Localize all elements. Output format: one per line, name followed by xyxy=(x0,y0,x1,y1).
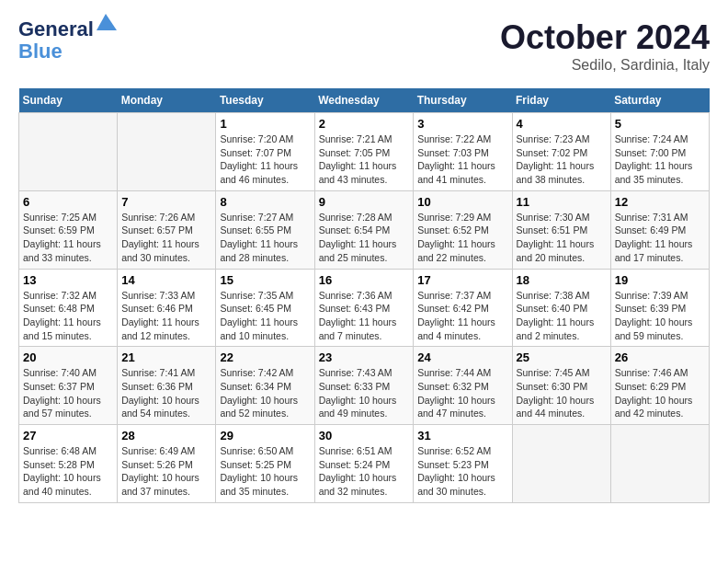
sunset-text: Sunset: 6:36 PM xyxy=(121,380,211,394)
sunrise-text: Sunrise: 7:41 AM xyxy=(121,366,211,380)
calendar-cell: 28Sunrise: 6:49 AMSunset: 5:26 PMDayligh… xyxy=(118,425,216,503)
daylight-text: Daylight: 10 hours and 59 minutes. xyxy=(615,316,705,342)
sunrise-text: Sunrise: 7:32 AM xyxy=(23,289,113,303)
sunrise-text: Sunrise: 7:20 AM xyxy=(220,132,310,146)
day-info: Sunrise: 6:52 AMSunset: 5:23 PMDaylight:… xyxy=(417,444,507,499)
day-header-sunday: Sunday xyxy=(19,88,118,113)
daylight-text: Daylight: 11 hours and 15 minutes. xyxy=(23,316,113,342)
day-header-saturday: Saturday xyxy=(610,88,709,113)
sunset-text: Sunset: 7:02 PM xyxy=(517,146,607,160)
day-number: 16 xyxy=(319,273,410,287)
sunset-text: Sunset: 6:59 PM xyxy=(23,224,113,237)
logo-bird-icon xyxy=(97,14,117,38)
svg-marker-0 xyxy=(97,14,117,30)
day-info: Sunrise: 7:23 AMSunset: 7:02 PMDaylight:… xyxy=(517,132,607,187)
daylight-text: Daylight: 11 hours and 4 minutes. xyxy=(417,316,507,342)
day-number: 27 xyxy=(23,429,113,442)
day-number: 30 xyxy=(319,429,410,442)
day-info: Sunrise: 7:38 AMSunset: 6:40 PMDaylight:… xyxy=(517,289,607,343)
daylight-text: Daylight: 10 hours and 35 minutes. xyxy=(220,471,310,498)
daylight-text: Daylight: 10 hours and 57 minutes. xyxy=(23,394,113,420)
day-number: 4 xyxy=(517,117,607,131)
sunrise-text: Sunrise: 7:25 AM xyxy=(23,211,113,224)
sunrise-text: Sunrise: 6:52 AM xyxy=(417,444,507,458)
sunrise-text: Sunrise: 7:27 AM xyxy=(220,211,310,224)
daylight-text: Daylight: 11 hours and 28 minutes. xyxy=(220,237,310,264)
calendar-week-1: 1Sunrise: 7:20 AMSunset: 7:07 PMDaylight… xyxy=(19,113,710,191)
calendar-cell: 1Sunrise: 7:20 AMSunset: 7:07 PMDaylight… xyxy=(216,113,314,191)
day-info: Sunrise: 7:24 AMSunset: 7:00 PMDaylight:… xyxy=(615,132,705,187)
sunset-text: Sunset: 6:55 PM xyxy=(220,224,310,237)
sunrise-text: Sunrise: 7:24 AM xyxy=(615,132,705,146)
sunrise-text: Sunrise: 7:21 AM xyxy=(319,132,410,146)
calendar-cell: 15Sunrise: 7:35 AMSunset: 6:45 PMDayligh… xyxy=(216,269,314,347)
day-info: Sunrise: 6:48 AMSunset: 5:28 PMDaylight:… xyxy=(23,444,113,499)
sunset-text: Sunset: 6:43 PM xyxy=(319,302,410,316)
calendar-cell: 13Sunrise: 7:32 AMSunset: 6:48 PMDayligh… xyxy=(19,269,118,347)
sunrise-text: Sunrise: 7:33 AM xyxy=(121,289,211,303)
daylight-text: Daylight: 11 hours and 7 minutes. xyxy=(319,316,410,342)
daylight-text: Daylight: 11 hours and 20 minutes. xyxy=(517,237,607,264)
day-number: 12 xyxy=(615,195,705,209)
page-header: General Blue October 2024 Sedilo, Sardin… xyxy=(18,18,710,74)
day-info: Sunrise: 7:28 AMSunset: 6:54 PMDaylight:… xyxy=(319,211,410,265)
day-number: 24 xyxy=(417,350,507,364)
day-info: Sunrise: 7:27 AMSunset: 6:55 PMDaylight:… xyxy=(220,211,310,265)
daylight-text: Daylight: 10 hours and 44 minutes. xyxy=(517,394,607,420)
day-number: 22 xyxy=(220,350,310,364)
day-info: Sunrise: 7:43 AMSunset: 6:33 PMDaylight:… xyxy=(319,366,410,420)
day-number: 11 xyxy=(517,195,607,209)
calendar-cell: 19Sunrise: 7:39 AMSunset: 6:39 PMDayligh… xyxy=(610,269,709,347)
day-info: Sunrise: 7:25 AMSunset: 6:59 PMDaylight:… xyxy=(23,211,113,265)
calendar-header-row: SundayMondayTuesdayWednesdayThursdayFrid… xyxy=(19,88,710,113)
sunrise-text: Sunrise: 7:37 AM xyxy=(417,289,507,303)
sunset-text: Sunset: 6:49 PM xyxy=(615,224,705,237)
day-info: Sunrise: 7:21 AMSunset: 7:05 PMDaylight:… xyxy=(319,132,410,187)
day-header-tuesday: Tuesday xyxy=(216,88,314,113)
day-info: Sunrise: 7:35 AMSunset: 6:45 PMDaylight:… xyxy=(220,289,310,343)
day-info: Sunrise: 7:42 AMSunset: 6:34 PMDaylight:… xyxy=(220,366,310,420)
sunrise-text: Sunrise: 6:48 AM xyxy=(23,444,113,458)
day-number: 2 xyxy=(319,117,410,131)
daylight-text: Daylight: 10 hours and 30 minutes. xyxy=(417,471,507,498)
calendar-cell xyxy=(512,425,610,503)
calendar-cell: 30Sunrise: 6:51 AMSunset: 5:24 PMDayligh… xyxy=(314,425,414,503)
day-number: 20 xyxy=(23,350,113,364)
day-info: Sunrise: 7:20 AMSunset: 7:07 PMDaylight:… xyxy=(220,132,310,187)
day-number: 28 xyxy=(121,429,211,442)
daylight-text: Daylight: 10 hours and 54 minutes. xyxy=(121,394,211,420)
calendar-week-5: 27Sunrise: 6:48 AMSunset: 5:28 PMDayligh… xyxy=(19,425,710,503)
calendar-cell xyxy=(610,425,709,503)
daylight-text: Daylight: 11 hours and 22 minutes. xyxy=(417,237,507,264)
calendar-cell: 14Sunrise: 7:33 AMSunset: 6:46 PMDayligh… xyxy=(118,269,216,347)
sunrise-text: Sunrise: 7:42 AM xyxy=(220,366,310,380)
sunset-text: Sunset: 6:46 PM xyxy=(121,302,211,316)
sunset-text: Sunset: 7:03 PM xyxy=(417,146,507,160)
sunset-text: Sunset: 6:33 PM xyxy=(319,380,410,394)
calendar-cell: 16Sunrise: 7:36 AMSunset: 6:43 PMDayligh… xyxy=(314,269,414,347)
calendar-cell: 26Sunrise: 7:46 AMSunset: 6:29 PMDayligh… xyxy=(610,347,709,425)
day-info: Sunrise: 7:36 AMSunset: 6:43 PMDaylight:… xyxy=(319,289,410,343)
day-number: 7 xyxy=(121,195,211,209)
sunset-text: Sunset: 6:48 PM xyxy=(23,302,113,316)
sunrise-text: Sunrise: 6:50 AM xyxy=(220,444,310,458)
sunset-text: Sunset: 7:07 PM xyxy=(220,146,310,160)
day-info: Sunrise: 6:49 AMSunset: 5:26 PMDaylight:… xyxy=(121,444,211,499)
day-info: Sunrise: 7:45 AMSunset: 6:30 PMDaylight:… xyxy=(517,366,607,420)
day-number: 18 xyxy=(517,273,607,287)
sunrise-text: Sunrise: 7:35 AM xyxy=(220,289,310,303)
day-info: Sunrise: 7:32 AMSunset: 6:48 PMDaylight:… xyxy=(23,289,113,343)
calendar-cell: 5Sunrise: 7:24 AMSunset: 7:00 PMDaylight… xyxy=(610,113,709,191)
title-block: October 2024 Sedilo, Sardinia, Italy xyxy=(500,18,710,74)
sunset-text: Sunset: 6:39 PM xyxy=(615,302,705,316)
daylight-text: Daylight: 10 hours and 32 minutes. xyxy=(319,471,410,498)
sunset-text: Sunset: 6:30 PM xyxy=(517,380,607,394)
day-number: 9 xyxy=(319,195,410,209)
sunrise-text: Sunrise: 7:26 AM xyxy=(121,211,211,224)
sunrise-text: Sunrise: 7:23 AM xyxy=(517,132,607,146)
calendar-cell: 25Sunrise: 7:45 AMSunset: 6:30 PMDayligh… xyxy=(512,347,610,425)
day-info: Sunrise: 7:37 AMSunset: 6:42 PMDaylight:… xyxy=(417,289,507,343)
calendar-cell: 22Sunrise: 7:42 AMSunset: 6:34 PMDayligh… xyxy=(216,347,314,425)
sunset-text: Sunset: 7:05 PM xyxy=(319,146,410,160)
sunset-text: Sunset: 5:26 PM xyxy=(121,458,211,472)
